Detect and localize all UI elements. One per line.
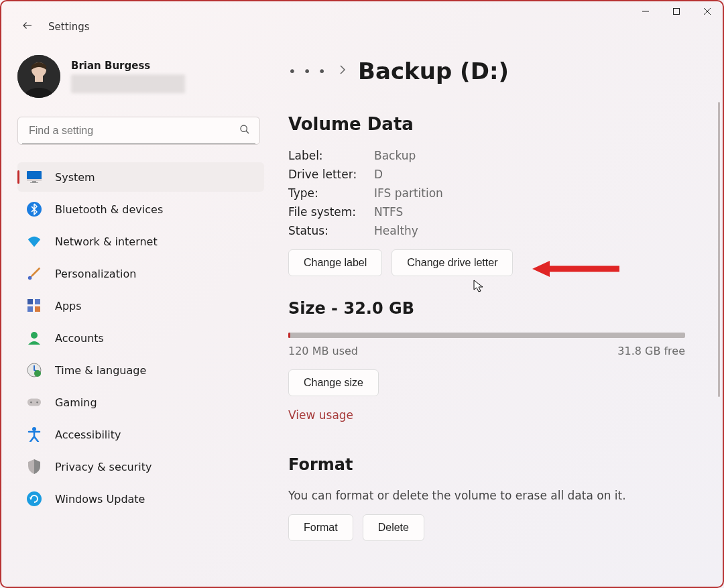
svg-point-22 <box>34 370 41 377</box>
sidebar-nav: System Bluetooth & devices Network & int… <box>17 162 261 514</box>
profile-name: Brian Burgess <box>71 60 185 72</box>
sidebar-item-time[interactable]: Time & language <box>17 355 264 385</box>
change-size-button[interactable]: Change size <box>288 369 379 396</box>
view-usage-link[interactable]: View usage <box>288 408 685 422</box>
wifi-icon <box>27 234 42 249</box>
window-controls <box>630 1 723 21</box>
system-icon <box>27 170 42 184</box>
volume-data-heading: Volume Data <box>288 114 685 134</box>
scrollbar[interactable] <box>718 102 720 397</box>
svg-rect-1 <box>674 9 680 15</box>
label-key: Label: <box>288 149 374 162</box>
size-heading: Size - 32.0 GB <box>288 299 685 318</box>
svg-rect-13 <box>30 182 38 183</box>
svg-point-25 <box>36 402 38 404</box>
sidebar-item-label: Time & language <box>55 364 146 377</box>
sidebar-item-accessibility[interactable]: Accessibility <box>17 420 264 449</box>
label-value: Backup <box>374 149 416 162</box>
sidebar-item-update[interactable]: Windows Update <box>17 484 264 514</box>
sidebar-item-label: Apps <box>55 300 82 312</box>
minimize-button[interactable] <box>630 1 661 21</box>
main-content: • • • Backup (D:) Volume Data Label:Back… <box>261 39 723 587</box>
svg-rect-11 <box>27 179 42 181</box>
drive-letter-key: Drive letter: <box>288 168 374 181</box>
sidebar-item-system[interactable]: System <box>17 162 264 192</box>
sidebar-item-label: Accessibility <box>55 428 121 441</box>
apps-icon <box>27 298 42 313</box>
sidebar: Brian Burgess System <box>1 39 261 587</box>
svg-rect-16 <box>27 299 33 304</box>
search-input[interactable] <box>27 124 239 137</box>
format-description: You can format or delete the volume to e… <box>288 489 685 502</box>
type-value: IFS partition <box>374 186 443 200</box>
svg-rect-23 <box>27 399 41 406</box>
sidebar-item-bluetooth[interactable]: Bluetooth & devices <box>17 194 264 224</box>
sidebar-item-label: Windows Update <box>55 493 145 506</box>
svg-rect-18 <box>27 306 33 312</box>
free-label: 31.8 GB free <box>617 345 685 357</box>
search-icon <box>239 124 250 137</box>
sidebar-item-personalization[interactable]: Personalization <box>17 259 264 288</box>
change-label-button[interactable]: Change label <box>288 249 382 276</box>
sidebar-item-apps[interactable]: Apps <box>17 291 264 320</box>
maximize-button[interactable] <box>661 1 692 21</box>
shield-icon <box>27 459 42 474</box>
sidebar-item-label: Accounts <box>55 332 104 345</box>
search-box[interactable] <box>17 117 260 145</box>
type-key: Type: <box>288 186 374 200</box>
svg-rect-7 <box>35 75 43 82</box>
header: Settings <box>1 1 723 39</box>
format-button[interactable]: Format <box>288 514 353 541</box>
svg-rect-19 <box>35 306 40 312</box>
settings-window: Settings Brian Burgess <box>0 0 724 588</box>
change-drive-letter-button[interactable]: Change drive letter <box>391 249 513 276</box>
bluetooth-icon <box>27 202 42 217</box>
sidebar-item-label: Privacy & security <box>55 461 152 473</box>
app-title: Settings <box>48 21 90 33</box>
format-heading: Format <box>288 455 685 474</box>
svg-point-26 <box>32 427 36 431</box>
drive-letter-value: D <box>374 168 383 181</box>
profile-email-redacted <box>71 74 185 93</box>
sidebar-item-network[interactable]: Network & internet <box>17 227 264 256</box>
size-progress-bar <box>288 333 685 338</box>
sidebar-item-label: Bluetooth & devices <box>55 203 163 216</box>
filesystem-value: NTFS <box>374 205 403 219</box>
sidebar-item-privacy[interactable]: Privacy & security <box>17 452 264 481</box>
used-label: 120 MB used <box>288 345 358 357</box>
svg-rect-17 <box>35 299 40 304</box>
close-button[interactable] <box>692 1 723 21</box>
sidebar-item-label: Personalization <box>55 268 136 280</box>
svg-point-24 <box>30 402 32 404</box>
delete-button[interactable]: Delete <box>363 514 424 541</box>
status-key: Status: <box>288 224 374 237</box>
chevron-right-icon <box>339 64 346 78</box>
sidebar-item-accounts[interactable]: Accounts <box>17 323 264 353</box>
svg-point-8 <box>241 125 247 131</box>
person-icon <box>27 331 42 345</box>
sidebar-item-label: Network & internet <box>55 235 158 248</box>
page-title: Backup (D:) <box>358 58 509 84</box>
profile-block[interactable]: Brian Burgess <box>17 55 261 98</box>
svg-point-15 <box>28 276 32 280</box>
svg-point-27 <box>27 491 42 506</box>
filesystem-key: File system: <box>288 205 374 219</box>
brush-icon <box>27 266 42 281</box>
update-icon <box>27 491 42 506</box>
svg-rect-12 <box>32 181 36 182</box>
breadcrumb: • • • Backup (D:) <box>288 58 685 84</box>
back-icon[interactable] <box>21 19 34 34</box>
svg-line-9 <box>246 131 249 133</box>
accessibility-icon <box>27 427 42 442</box>
size-progress-fill <box>288 333 290 338</box>
status-value: Healthy <box>374 224 418 237</box>
gamepad-icon <box>27 395 42 410</box>
sidebar-item-label: Gaming <box>55 396 97 409</box>
breadcrumb-ellipsis[interactable]: • • • <box>288 63 327 79</box>
sidebar-item-gaming[interactable]: Gaming <box>17 388 264 417</box>
avatar <box>17 55 60 98</box>
svg-point-20 <box>31 332 38 339</box>
sidebar-item-label: System <box>55 171 95 184</box>
clock-globe-icon <box>27 363 42 377</box>
